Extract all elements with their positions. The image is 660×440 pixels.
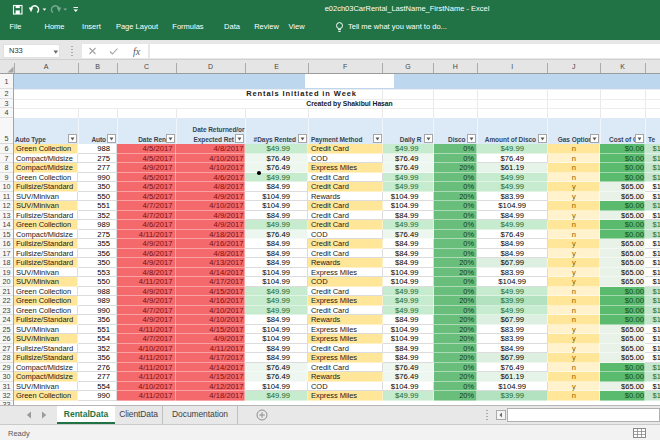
svg-text:fx: fx	[133, 46, 141, 57]
